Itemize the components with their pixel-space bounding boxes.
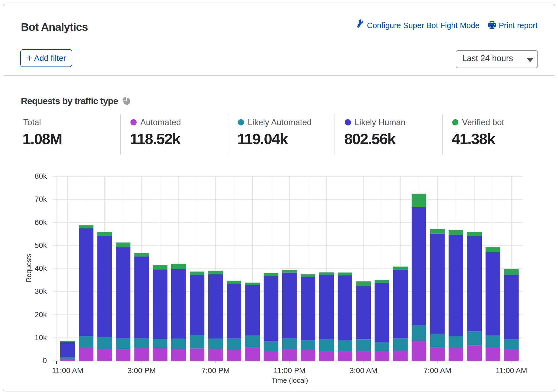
- svg-text:7:00 AM: 7:00 AM: [424, 366, 451, 375]
- svg-text:3:00 AM: 3:00 AM: [350, 366, 378, 375]
- svg-text:11:00 PM: 11:00 PM: [274, 366, 306, 375]
- svg-text:7:00 PM: 7:00 PM: [201, 366, 229, 375]
- svg-text:80k: 80k: [35, 172, 47, 180]
- svg-text:20k: 20k: [35, 310, 47, 319]
- svg-text:70k: 70k: [35, 195, 47, 203]
- svg-text:Requests: Requests: [25, 254, 32, 282]
- svg-text:60k: 60k: [35, 218, 47, 227]
- svg-text:3:00 PM: 3:00 PM: [127, 366, 156, 375]
- svg-text:40k: 40k: [35, 264, 47, 273]
- svg-text:11:00 AM: 11:00 AM: [496, 366, 527, 375]
- svg-text:0: 0: [42, 356, 47, 365]
- svg-text:Time (local): Time (local): [272, 376, 308, 384]
- svg-text:30k: 30k: [35, 287, 47, 295]
- svg-text:10k: 10k: [35, 333, 47, 342]
- svg-text:11:00 AM: 11:00 AM: [52, 366, 83, 375]
- svg-text:50k: 50k: [35, 241, 47, 250]
